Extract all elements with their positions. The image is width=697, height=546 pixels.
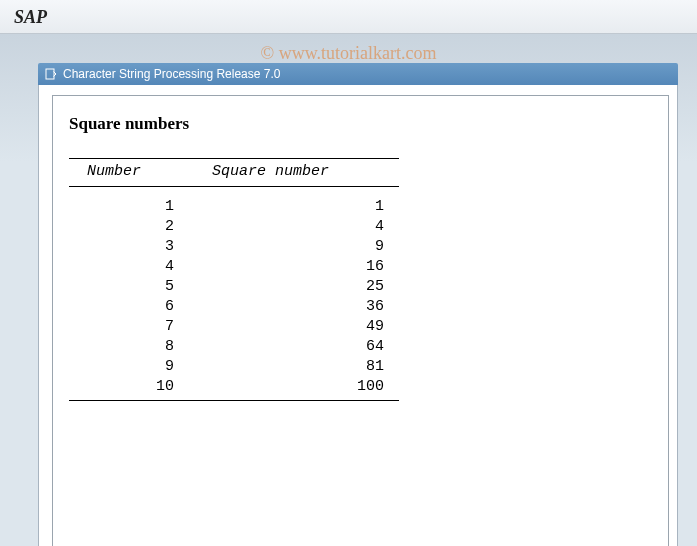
cell-square: 100	[174, 377, 384, 397]
table-body: 11243941652563674986498110100	[69, 187, 399, 400]
table-header: Number Square number	[69, 159, 399, 186]
cell-square: 25	[174, 277, 384, 297]
window-frame: Character String Processing Release 7.0 …	[38, 63, 678, 546]
table-row: 525	[69, 277, 399, 297]
table-row: 416	[69, 257, 399, 277]
cell-number: 6	[69, 297, 174, 317]
cell-square: 9	[174, 237, 384, 257]
table-row: 636	[69, 297, 399, 317]
app-header: SAP	[0, 0, 697, 34]
header-square: Square number	[194, 163, 384, 180]
cell-number: 3	[69, 237, 174, 257]
table-row: 11	[69, 197, 399, 217]
cell-square: 64	[174, 337, 384, 357]
cell-square: 36	[174, 297, 384, 317]
header-number: Number	[69, 163, 194, 180]
report-heading: Square numbers	[69, 114, 652, 134]
cell-number: 7	[69, 317, 174, 337]
table-row: 981	[69, 357, 399, 377]
cell-number: 2	[69, 217, 174, 237]
cell-square: 1	[174, 197, 384, 217]
cell-number: 5	[69, 277, 174, 297]
report-content: Square numbers Number Square number 1124…	[52, 95, 669, 546]
window-title: Character String Processing Release 7.0	[63, 67, 280, 81]
sap-logo: SAP	[14, 7, 47, 27]
cell-number: 4	[69, 257, 174, 277]
window-title-bar[interactable]: Character String Processing Release 7.0	[38, 63, 678, 85]
cell-number: 1	[69, 197, 174, 217]
table-row: 24	[69, 217, 399, 237]
cell-number: 8	[69, 337, 174, 357]
content-border: Square numbers Number Square number 1124…	[38, 85, 678, 546]
table-row: 39	[69, 237, 399, 257]
document-icon	[44, 67, 58, 81]
cell-square: 16	[174, 257, 384, 277]
table-rule-bottom	[69, 400, 399, 401]
table-row: 749	[69, 317, 399, 337]
cell-square: 81	[174, 357, 384, 377]
cell-square: 4	[174, 217, 384, 237]
table-row: 864	[69, 337, 399, 357]
cell-number: 10	[69, 377, 174, 397]
watermark-text: © www.tutorialkart.com	[261, 43, 437, 64]
cell-square: 49	[174, 317, 384, 337]
main-area: © www.tutorialkart.com Character String …	[0, 34, 697, 546]
data-table: Number Square number 1124394165256367498…	[69, 158, 399, 401]
table-row: 10100	[69, 377, 399, 397]
svg-rect-0	[46, 69, 54, 79]
cell-number: 9	[69, 357, 174, 377]
